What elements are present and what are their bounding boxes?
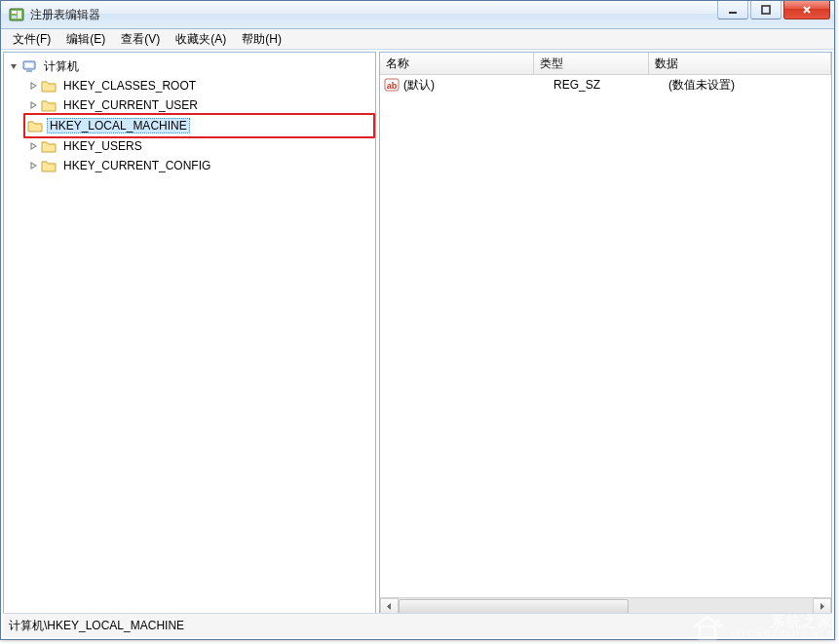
folder-icon [41, 78, 57, 94]
tree-pane[interactable]: 计算机HKEY_CLASSES_ROOTHKEY_CURRENT_USERHKE… [3, 52, 376, 616]
menu-view[interactable]: 查看(V) [113, 29, 168, 50]
expander-icon[interactable] [8, 60, 19, 72]
tree-root-computer[interactable]: 计算机 [8, 57, 375, 76]
values-header: 名称 类型 数据 [380, 53, 831, 75]
svg-rect-7 [25, 63, 33, 67]
value-name: (默认) [403, 77, 553, 94]
values-pane: 名称 类型 数据 ab(默认)REG_SZ(数值未设置) [379, 52, 832, 616]
svg-rect-1 [12, 11, 17, 14]
tree-item[interactable]: HKEY_USERS [27, 136, 375, 156]
svg-rect-8 [26, 70, 32, 72]
regedit-icon [9, 7, 24, 22]
tree-item-label: HKEY_CURRENT_CONFIG [60, 158, 213, 173]
svg-rect-5 [762, 6, 770, 14]
list-row[interactable]: ab(默认)REG_SZ(数值未设置) [380, 75, 831, 95]
folder-icon [41, 158, 57, 173]
column-name[interactable]: 名称 [380, 53, 534, 74]
svg-rect-4 [729, 12, 737, 14]
menubar: 文件(F) 编辑(E) 查看(V) 收藏夹(A) 帮助(H) [1, 29, 834, 50]
statusbar-path: 计算机\HKEY_LOCAL_MACHINE [9, 618, 184, 634]
tree-item[interactable]: HKEY_CURRENT_USER [27, 95, 375, 115]
svg-rect-2 [12, 16, 17, 19]
close-button[interactable] [783, 1, 830, 19]
minimize-button[interactable] [717, 1, 748, 19]
folder-icon [27, 118, 43, 133]
tree-item-label: HKEY_LOCAL_MACHINE [47, 118, 190, 133]
menu-help[interactable]: 帮助(H) [234, 29, 289, 50]
tree-item[interactable]: HKEY_LOCAL_MACHINE [23, 113, 375, 138]
svg-rect-3 [18, 11, 21, 19]
expander-icon[interactable] [27, 99, 39, 111]
string-value-icon: ab [384, 77, 400, 93]
tree-item-label: HKEY_USERS [60, 138, 145, 154]
maximize-button[interactable] [750, 1, 782, 19]
folder-icon [41, 138, 57, 154]
value-type: REG_SZ [553, 78, 668, 92]
expander-icon[interactable] [27, 160, 39, 171]
tree-item[interactable]: HKEY_CLASSES_ROOT [27, 76, 375, 95]
folder-icon [41, 97, 57, 113]
tree-root-label: 计算机 [41, 57, 82, 76]
tree-item-label: HKEY_CLASSES_ROOT [60, 78, 199, 94]
tree-item[interactable]: HKEY_CURRENT_CONFIG [27, 156, 375, 175]
svg-text:ab: ab [387, 81, 398, 91]
values-list[interactable]: ab(默认)REG_SZ(数值未设置) [380, 75, 831, 597]
statusbar: 计算机\HKEY_LOCAL_MACHINE [3, 613, 832, 637]
window-title: 注册表编辑器 [30, 7, 100, 23]
scroll-thumb[interactable] [399, 599, 629, 614]
menu-favorites[interactable]: 收藏夹(A) [168, 29, 234, 50]
computer-icon [21, 58, 37, 74]
value-data: (数值未设置) [668, 77, 831, 94]
expander-icon[interactable] [27, 80, 39, 92]
expander-icon[interactable] [27, 140, 39, 152]
menu-file[interactable]: 文件(F) [5, 29, 58, 50]
titlebar[interactable]: 注册表编辑器 [1, 1, 834, 29]
column-data[interactable]: 数据 [649, 53, 831, 74]
registry-editor-window: 注册表编辑器 文件(F) 编辑(E) 查看(V) 收藏夹(A) 帮助(H) 计算… [0, 0, 835, 640]
tree-item-label: HKEY_CURRENT_USER [60, 97, 201, 113]
menu-edit[interactable]: 编辑(E) [58, 29, 113, 50]
column-type[interactable]: 类型 [534, 53, 649, 74]
